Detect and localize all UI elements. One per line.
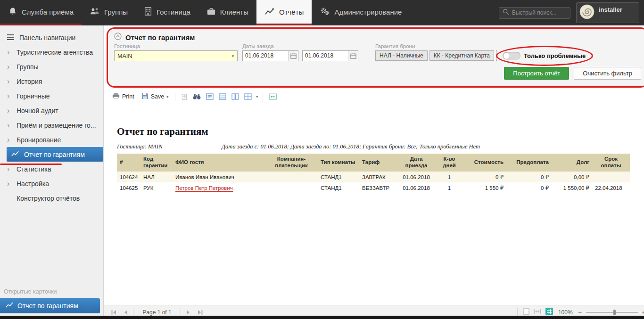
printer-icon: [112, 92, 120, 101]
cell-debt: 0,00 ₽: [552, 172, 592, 182]
calendar-icon[interactable]: [348, 51, 358, 61]
report-filter-summary: Дата заезда с: 01.06.2018; Дата заезда п…: [222, 143, 480, 150]
col-debt: Долг: [552, 154, 592, 172]
clear-filter-button[interactable]: Очистить фильтр: [574, 67, 641, 80]
open-cards-section: Открытые карточки Отчет по гарантиям: [0, 288, 103, 313]
collapse-icon[interactable]: [114, 33, 122, 42]
tab-reports[interactable]: Отчёты: [256, 0, 312, 25]
tab-label: Администрирование: [334, 8, 402, 16]
chevron-right-icon: ›: [7, 107, 11, 115]
page-view-icon[interactable]: [523, 308, 529, 316]
table-row: 104625 РУК Петров Петр Петрович СТАНД1 Б…: [117, 182, 630, 193]
cell-tariff: ЗАВТРАК: [359, 172, 397, 182]
sidebar-item-night-audit[interactable]: ›Ночной аудит: [0, 103, 103, 118]
tab-hotel[interactable]: Гостиница: [136, 0, 198, 25]
toggle-knob: [503, 52, 510, 59]
sidebar-item-label: Туристические агентства: [17, 49, 93, 56]
dates-field-group: Даты заезда 01.06.2018 01.06.2018: [242, 43, 358, 61]
open-card-guarantee-report[interactable]: Отчет по гарантиям: [0, 298, 100, 313]
sidebar-item-label: Настройка: [17, 180, 49, 188]
hotel-value: MAIN: [115, 53, 229, 59]
sidebar-item-travel-agencies[interactable]: ›Туристические агентства: [0, 45, 103, 59]
calendar-icon[interactable]: [288, 51, 298, 61]
zoom-slider[interactable]: [586, 309, 638, 316]
view-single-page-icon[interactable]: [205, 92, 215, 101]
user-menu[interactable]: installer: [576, 2, 639, 23]
zoom-in-button[interactable]: +: [642, 309, 644, 316]
sidebar-item-booking[interactable]: ›Бронирование: [0, 132, 103, 147]
sidebar-item-housekeeping[interactable]: ›Горничные: [0, 89, 103, 103]
annotation-sidebar-underline: [0, 164, 62, 165]
open-cards-label: Открытые карточки: [0, 288, 103, 298]
sidebar-item-label: Статистика: [17, 165, 51, 173]
hotel-select[interactable]: MAIN ▾: [114, 50, 238, 61]
sidebar-item-label: Приём и размещение го...: [17, 122, 96, 129]
view-grid-icon[interactable]: [243, 92, 253, 101]
view-continuous-icon[interactable]: [218, 92, 227, 101]
build-report-button[interactable]: Построить отчёт: [504, 67, 569, 80]
zoom-slider-thumb[interactable]: [613, 310, 616, 315]
sidebar-item-groups[interactable]: ›Группы: [0, 59, 103, 74]
chart-line-icon: [11, 151, 19, 158]
cell-tariff: БЕЗЗАВТР: [359, 182, 397, 193]
chevron-down-icon[interactable]: ▾: [256, 95, 258, 99]
date-to-value: 01.06.2018: [303, 51, 348, 61]
sidebar-item-checkin[interactable]: ›Приём и размещение го...: [0, 118, 103, 132]
fit-page-icon[interactable]: [268, 92, 278, 101]
briefcase-icon: [206, 7, 216, 17]
quick-search[interactable]: [499, 7, 570, 19]
toolbar-separator: [175, 92, 175, 101]
problem-only-toggle[interactable]: [503, 52, 520, 60]
date-to-input[interactable]: 01.06.2018: [302, 50, 358, 61]
user-name: installer: [599, 6, 622, 13]
zoom-out-button[interactable]: −: [578, 309, 582, 316]
sidebar-item-navigation-panel[interactable]: Панель навигации: [0, 30, 103, 45]
gears-icon: [320, 7, 330, 17]
chart-line-icon: [6, 302, 13, 310]
chevron-right-icon: ›: [7, 122, 11, 129]
sidebar-item-label: Ночной аудит: [17, 107, 58, 115]
hotel-label: Гостиница: [114, 43, 238, 50]
tab-label: Клиенты: [220, 8, 248, 16]
cell-cost: 1 550 ₽: [463, 182, 506, 193]
sidebar-item-report-builder[interactable]: Конструктор отчётов: [0, 191, 103, 205]
tab-label: Группы: [104, 8, 128, 16]
guarantee-tag-cash[interactable]: НАЛ - Наличные: [375, 50, 428, 61]
save-button[interactable]: Save ▾: [140, 91, 171, 102]
tab-clients[interactable]: Клиенты: [198, 0, 256, 25]
tab-front-desk[interactable]: Служба приёма: [0, 0, 82, 25]
search-input[interactable]: [512, 9, 566, 16]
cell-guest: Иванов Иван Иванович: [173, 172, 265, 182]
bell-icon: [8, 7, 17, 17]
export-icon[interactable]: [180, 92, 189, 101]
date-from-input[interactable]: 01.06.2018: [242, 50, 298, 61]
print-button[interactable]: Print: [110, 91, 136, 102]
cell-prepaid: 0 ₽: [506, 182, 552, 193]
cell-debt: 1 550,00 ₽: [552, 182, 592, 193]
sidebar-item-guarantee-report[interactable]: Отчет по гарантиям: [7, 147, 103, 162]
sidebar-item-label: Горничные: [17, 92, 50, 100]
print-label: Print: [122, 93, 134, 100]
cell-prepaid: 0 ₽: [506, 172, 552, 182]
search-binoculars-icon[interactable]: [192, 92, 202, 101]
chart-line-icon: [264, 7, 275, 17]
cell-arrival: 01.06.2018: [397, 182, 436, 193]
tab-groups[interactable]: Группы: [82, 0, 136, 25]
fit-width-icon[interactable]: [534, 309, 541, 316]
sidebar-item-settings[interactable]: ›Настройка: [0, 176, 103, 191]
col-prepayment: Предоплата: [506, 154, 552, 172]
tab-administration[interactable]: Администрирование: [312, 0, 410, 25]
chevron-right-icon: ›: [7, 165, 11, 173]
col-room-type: Тип комнаты: [318, 154, 359, 172]
guarantee-tag-truncated[interactable]: Б: [496, 50, 497, 61]
sidebar-item-history[interactable]: ›История: [0, 74, 103, 89]
table-row: 104624 НАЛ Иванов Иван Иванович СТАНД1 З…: [117, 172, 630, 182]
annotation-problem-guest: Петров Петр Петрович: [175, 185, 233, 192]
people-icon: [90, 7, 100, 17]
chevron-right-icon: ›: [7, 92, 11, 100]
col-cost: Стоимость: [463, 154, 506, 172]
view-facing-icon[interactable]: [231, 92, 240, 101]
guarantee-tag-credit-card[interactable]: КК - Кредитная Карта: [429, 50, 494, 61]
zoom-slider-track: [586, 312, 638, 313]
cell-room: СТАНД1: [318, 182, 359, 193]
